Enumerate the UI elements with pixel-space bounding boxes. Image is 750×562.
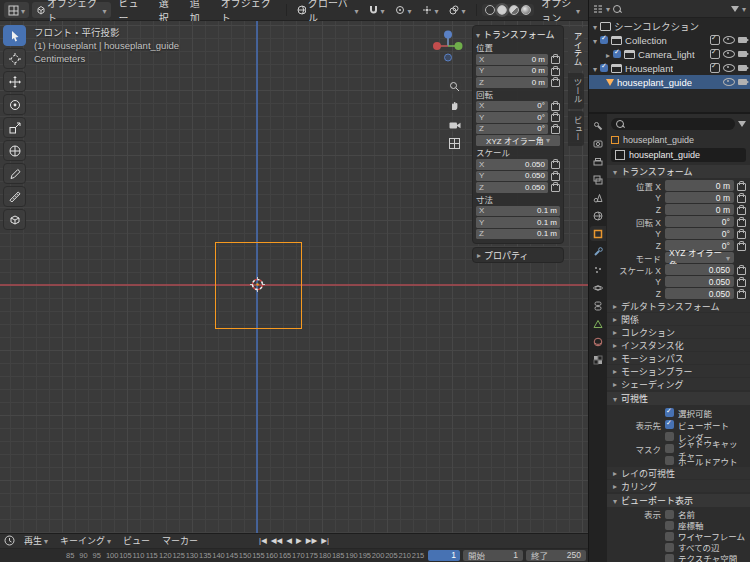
render-tab[interactable]	[590, 136, 606, 151]
filter-icon[interactable]	[731, 6, 739, 12]
transport-button[interactable]: ▶|	[321, 534, 329, 547]
lock-icon[interactable]	[737, 183, 746, 191]
object-tab[interactable]	[590, 226, 606, 241]
lock-icon[interactable]	[551, 184, 560, 192]
scale-field[interactable]: X0.050	[476, 159, 548, 170]
selectable-checkbox[interactable]	[665, 408, 674, 417]
holdout-checkbox[interactable]	[665, 456, 674, 465]
lock-icon[interactable]	[551, 126, 560, 134]
display-texture-space-checkbox[interactable]	[665, 554, 674, 562]
rotation-field[interactable]: Y0°	[476, 112, 548, 123]
search-icon[interactable]	[613, 5, 621, 13]
disable-render-icon[interactable]	[738, 79, 747, 85]
scale-value-field[interactable]: 0.050	[665, 264, 734, 275]
properties-search-input[interactable]	[611, 118, 735, 130]
n-panel-properties-header[interactable]: プロパティ	[472, 247, 564, 263]
tool-add-cube[interactable]	[3, 209, 26, 230]
transport-button[interactable]: ▶▶	[306, 534, 318, 547]
pan-hand-icon[interactable]	[447, 98, 462, 113]
tool-cursor[interactable]	[3, 48, 26, 69]
hide-viewport-icon[interactable]	[723, 36, 735, 44]
expand-caret-icon[interactable]	[606, 49, 610, 60]
n-panel-transform-header[interactable]: トランスフォーム	[476, 28, 560, 41]
viewport-canvas[interactable]: フロント・平行投影 (1) Houseplant | houseplant_gu…	[0, 21, 588, 533]
texture-tab[interactable]	[590, 352, 606, 367]
menu-playback[interactable]: 再生	[21, 534, 51, 547]
outliner-row-scene-collection[interactable]: シーンコレクション	[589, 19, 750, 33]
display-wireframe-checkbox[interactable]	[665, 532, 674, 541]
shading-rendered-icon[interactable]	[521, 5, 531, 15]
transform-value-field[interactable]: 0°	[665, 228, 734, 239]
material-tab[interactable]	[590, 334, 606, 349]
timeline-ruler[interactable]: 8590951001051101151201251301351401451501…	[0, 549, 588, 562]
shading-material-icon[interactable]	[509, 5, 519, 15]
tool-move[interactable]	[3, 71, 26, 92]
visibility-section-header[interactable]: 可視性	[607, 392, 750, 405]
constraints-tab[interactable]	[590, 298, 606, 313]
show-overlays-dropdown[interactable]	[445, 2, 469, 18]
particles-tab[interactable]	[590, 262, 606, 277]
rotation-mode-dropdown[interactable]: XYZ オイラー角	[665, 252, 734, 263]
shading-solid-icon[interactable]	[497, 5, 507, 15]
shadow-catcher-checkbox[interactable]	[665, 444, 674, 453]
proportional-edit-button[interactable]	[391, 2, 415, 18]
selectable-toggle-icon[interactable]	[710, 63, 720, 73]
transport-button[interactable]: |◀	[259, 534, 267, 547]
tool-measure[interactable]	[3, 186, 26, 207]
current-frame-field[interactable]: 1	[428, 550, 460, 561]
properties-subsection[interactable]: レイの可視性	[607, 467, 750, 479]
scene-tab[interactable]	[590, 190, 606, 205]
orthographic-grid-icon[interactable]	[447, 136, 462, 151]
scale-value-field[interactable]: 0.050	[665, 288, 734, 299]
selectable-toggle-icon[interactable]	[710, 49, 720, 59]
lock-icon[interactable]	[737, 231, 746, 239]
object-name-field[interactable]: houseplant_guide	[611, 148, 746, 162]
tool-select-box[interactable]	[3, 25, 26, 46]
tool-scale[interactable]	[3, 117, 26, 138]
filter-icon[interactable]	[738, 121, 746, 127]
navigation-gizmo[interactable]	[431, 29, 465, 65]
outliner-editor-icon[interactable]	[593, 4, 603, 14]
expand-caret-icon[interactable]	[593, 63, 597, 74]
rotation-mode-dropdown[interactable]: XYZ オイラー角	[476, 135, 560, 146]
expand-caret-icon[interactable]	[593, 21, 597, 32]
lock-icon[interactable]	[551, 114, 560, 122]
properties-section[interactable]: デルタトランスフォーム	[607, 300, 750, 312]
lock-icon[interactable]	[737, 219, 746, 227]
tool-annotate[interactable]	[3, 163, 26, 184]
viewport-display-section-header[interactable]: ビューポート表示	[607, 494, 750, 507]
properties-section[interactable]: シェーディング	[607, 378, 750, 390]
scale-value-field[interactable]: 0.050	[665, 276, 734, 287]
timeline-editor-icon[interactable]	[4, 535, 15, 546]
properties-section[interactable]: モーションブラー	[607, 365, 750, 377]
hide-viewport-icon[interactable]	[723, 78, 735, 86]
snap-button[interactable]	[365, 2, 388, 18]
location-field[interactable]: Z0 m	[476, 77, 548, 88]
show-viewport-checkbox[interactable]	[665, 420, 674, 429]
lock-icon[interactable]	[551, 103, 560, 111]
transform-value-field[interactable]: 0 m	[665, 192, 734, 203]
transport-button[interactable]: ◀◀	[271, 534, 283, 547]
show-gizmo-dropdown[interactable]	[418, 2, 442, 18]
transform-value-field[interactable]: 0°	[665, 216, 734, 227]
world-tab[interactable]	[590, 208, 606, 223]
menu-marker[interactable]: マーカー	[159, 534, 201, 547]
mode-dropdown[interactable]: オブジェクト	[32, 2, 111, 18]
dimensions-field[interactable]: X0.1 m	[476, 206, 560, 217]
lock-icon[interactable]	[551, 56, 560, 64]
chevron-down-icon[interactable]	[742, 3, 746, 14]
properties-subsection[interactable]: カリング	[607, 480, 750, 492]
display-name-checkbox[interactable]	[665, 510, 674, 519]
properties-section[interactable]: インスタンス化	[607, 339, 750, 351]
outliner-row-houseplant-guide[interactable]: houseplant_guide	[589, 75, 750, 89]
selectable-toggle-icon[interactable]	[710, 35, 720, 45]
object-data-tab[interactable]	[590, 316, 606, 331]
lock-icon[interactable]	[737, 291, 746, 299]
disable-render-icon[interactable]	[738, 37, 747, 43]
display-all-edges-checkbox[interactable]	[665, 543, 674, 552]
hide-viewport-icon[interactable]	[723, 64, 735, 72]
collection-exclude-checkbox[interactable]	[600, 36, 608, 44]
collection-exclude-checkbox[interactable]	[600, 64, 608, 72]
rotation-field[interactable]: Z0°	[476, 124, 548, 135]
lock-icon[interactable]	[551, 173, 560, 181]
